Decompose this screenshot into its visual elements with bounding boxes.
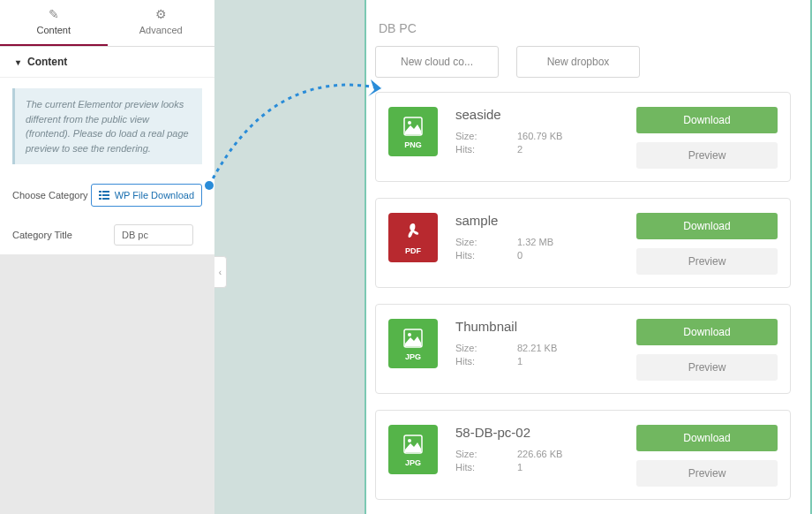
preview-top-buttons: New cloud co... New dropbox [375,46,791,78]
svg-point-7 [408,121,411,125]
size-value: 160.79 KB [517,131,562,141]
category-title-input[interactable] [114,224,193,246]
size-value: 1.32 MB [517,237,553,247]
category-title-label: Category Title [12,230,114,240]
wp-file-download-button[interactable]: WP File Download [91,184,202,207]
svg-rect-2 [99,194,102,196]
collapse-sidebar-button[interactable]: ‹ [214,256,227,288]
tab-content[interactable]: ✎ Content [0,0,108,46]
file-thumb-pdf-icon: PDF [388,213,438,262]
svg-rect-4 [99,198,102,200]
tab-advanced-label: Advanced [139,25,183,35]
tab-content-label: Content [36,25,71,35]
preview-button[interactable]: Preview [636,354,778,381]
new-cloud-button[interactable]: New cloud co... [375,46,499,78]
hits-value: 1 [517,356,523,367]
file-card: PNGseasideSize:160.79 KBHits:2DownloadPr… [375,92,791,182]
preview-button[interactable]: Preview [636,248,778,275]
file-thumb-jpg-icon: JPG [388,425,438,474]
file-card: JPG58-DB-pc-02Size:226.66 KBHits:1Downlo… [375,410,791,500]
preview-title: DB PC [379,21,791,35]
hits-label: Hits: [455,356,517,367]
canvas-gap: ‹ [214,0,365,514]
page-preview: DB PC New cloud co... New dropbox PNGsea… [365,0,812,514]
chevron-left-icon: ‹ [219,268,222,277]
preview-button[interactable]: Preview [636,142,778,169]
file-card: JPGThumbnailSize:82.21 KBHits:1DownloadP… [375,304,791,394]
svg-rect-0 [99,191,102,193]
tab-advanced[interactable]: ⚙ Advanced [108,0,215,46]
file-actions: DownloadPreview [636,425,778,487]
hits-value: 0 [517,250,523,261]
row-category-title: Category Title [0,215,214,254]
svg-rect-1 [102,191,109,193]
file-title: Thumbnail [455,319,619,334]
row-choose-category: Choose Category WP File Download [0,175,214,215]
svg-rect-3 [102,194,109,196]
file-list: PNGseasideSize:160.79 KBHits:2DownloadPr… [375,92,791,500]
download-button[interactable]: Download [636,425,778,451]
file-actions: DownloadPreview [636,107,778,169]
file-info: 58-DB-pc-02Size:226.66 KBHits:1 [455,425,619,475]
file-actions: DownloadPreview [636,213,778,275]
preview-notice: The current Elementor preview looks diff… [12,88,202,164]
hits-label: Hits: [455,462,517,472]
file-info: ThumbnailSize:82.21 KBHits:1 [455,319,619,369]
tab-bar: ✎ Content ⚙ Advanced [0,0,214,47]
svg-point-9 [408,333,411,336]
section-title: Content [27,56,67,68]
preview-button[interactable]: Preview [636,460,778,487]
size-label: Size: [455,449,517,459]
chevron-down-icon: ▾ [16,57,20,67]
section-header[interactable]: ▾ Content [0,47,214,78]
size-label: Size: [455,237,517,247]
svg-rect-5 [102,198,109,200]
download-button[interactable]: Download [636,107,778,133]
list-icon [99,191,109,200]
download-button[interactable]: Download [636,319,778,345]
file-thumb-jpg-icon: JPG [388,319,438,368]
gear-icon: ⚙ [155,7,167,21]
file-thumb-png-icon: PNG [388,107,438,156]
file-card: PDFsampleSize:1.32 MBHits:0DownloadPrevi… [375,198,791,288]
hits-label: Hits: [455,144,517,155]
editor-sidebar: ✎ Content ⚙ Advanced ▾ Content The curre… [0,0,214,514]
notice-container: The current Elementor preview looks diff… [0,78,214,175]
hits-value: 2 [517,144,523,155]
file-actions: DownloadPreview [636,319,778,381]
hits-label: Hits: [455,250,517,261]
file-info: sampleSize:1.32 MBHits:0 [455,213,619,263]
file-title: 58-DB-pc-02 [455,425,619,440]
file-title: sample [455,213,619,228]
wp-file-download-label: WP File Download [115,190,194,200]
file-info: seasideSize:160.79 KBHits:2 [455,107,619,157]
size-value: 226.66 KB [517,449,562,459]
download-button[interactable]: Download [636,213,778,239]
size-value: 82.21 KB [517,343,557,353]
file-title: seaside [455,107,619,122]
new-dropbox-button[interactable]: New dropbox [516,46,640,78]
size-label: Size: [455,131,517,141]
hits-value: 1 [517,462,523,472]
svg-point-11 [408,439,411,442]
choose-category-label: Choose Category [12,190,91,200]
size-label: Size: [455,343,517,353]
pencil-icon: ✎ [49,7,59,21]
